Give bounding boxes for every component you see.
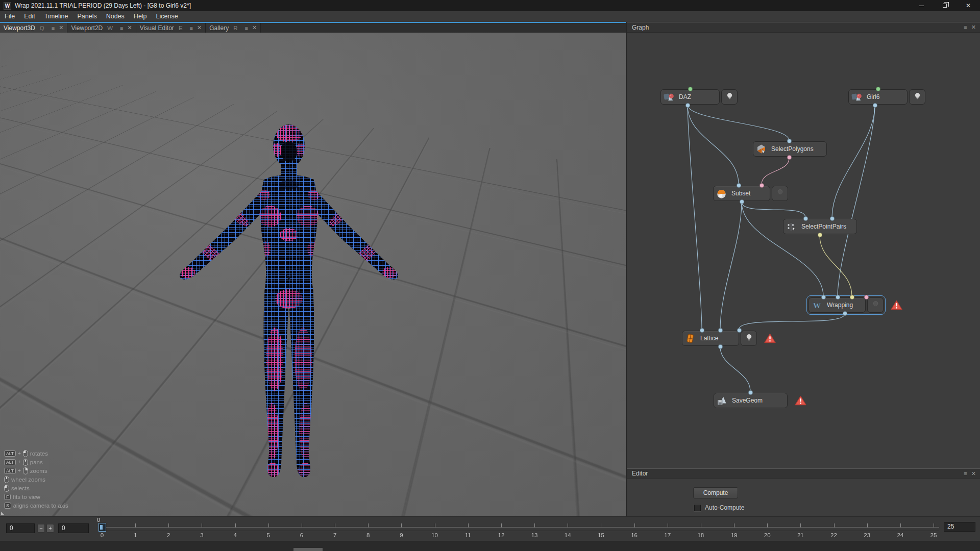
input-port[interactable] <box>748 390 753 395</box>
minimize-button[interactable] <box>910 0 933 11</box>
warning-icon[interactable] <box>795 395 806 406</box>
menu-nodes[interactable]: Nodes <box>102 11 129 22</box>
tab-viewport2d[interactable]: Viewport2DW≡✕ <box>67 23 136 33</box>
tab-menu-icon[interactable]: ≡ <box>120 25 122 31</box>
menu-panels[interactable]: Panels <box>72 11 101 22</box>
tab-menu-icon[interactable]: ≡ <box>245 25 248 31</box>
current-frame-field[interactable]: 0 <box>58 523 89 533</box>
tab-close-icon[interactable]: ✕ <box>197 24 202 31</box>
tab-label: Gallery <box>209 24 229 32</box>
node-status-dot[interactable] <box>876 87 880 91</box>
tab-menu-icon[interactable]: ≡ <box>52 25 54 31</box>
timeline-end-field[interactable]: 25 <box>944 522 975 532</box>
timeline-tick-label: 20 <box>760 532 775 538</box>
key-f-badge: F <box>4 494 11 500</box>
model-wireframe-body <box>164 87 409 516</box>
auto-compute-checkbox[interactable] <box>694 505 701 511</box>
node-wrapping[interactable]: W Wrapping <box>808 297 884 313</box>
node-visibility-toggle[interactable] <box>741 331 757 346</box>
timeline-tick-label: 25 <box>926 532 941 538</box>
menu-timeline[interactable]: Timeline <box>40 11 73 22</box>
panel-menu-icon[interactable]: ≡ <box>964 470 967 477</box>
frame-decrement-button[interactable]: − <box>37 524 45 533</box>
node-visibility-toggle[interactable] <box>867 297 884 313</box>
input-port[interactable] <box>830 216 835 221</box>
input-port[interactable] <box>821 295 826 299</box>
panel-splitter[interactable] <box>626 22 627 516</box>
timeline-tick <box>767 523 768 528</box>
compute-button[interactable]: Compute <box>693 487 738 498</box>
timeline-tick <box>867 523 868 528</box>
timeline-tick-label: 7 <box>327 532 342 538</box>
auto-compute-label: Auto-Compute <box>705 504 744 511</box>
node-girl6[interactable]: Girl6 <box>848 89 925 105</box>
graph-edge <box>742 202 805 217</box>
input-port[interactable] <box>836 295 840 299</box>
tab-gallery[interactable]: GalleryR≡✕ <box>206 23 261 33</box>
node-selectpolygons[interactable]: SelectPolygons <box>753 141 827 157</box>
tab-visual-editor[interactable]: Visual EditorE≡✕ <box>136 23 206 33</box>
mouse-left-icon <box>23 450 28 457</box>
menu-edit[interactable]: Edit <box>19 11 40 22</box>
output-port[interactable] <box>787 155 792 160</box>
node-lattice[interactable]: Lattice <box>682 331 757 346</box>
timeline-start-field[interactable]: 0 <box>6 523 35 533</box>
node-graph-canvas[interactable]: DAZ Girl6 SelectPolygons Subset SelectPo… <box>627 33 980 468</box>
output-port[interactable] <box>718 344 723 349</box>
timeline-track[interactable] <box>100 527 939 528</box>
savegeom-icon <box>717 395 727 406</box>
warning-icon[interactable] <box>764 333 776 343</box>
input-port[interactable] <box>737 183 741 188</box>
menu-help[interactable]: Help <box>129 11 152 22</box>
timeline-tick-label: 14 <box>560 532 575 538</box>
node-status-dot[interactable] <box>688 87 693 91</box>
input-port[interactable] <box>803 216 808 221</box>
timeline-tick-label: 12 <box>494 532 509 538</box>
output-port[interactable] <box>740 199 744 204</box>
output-port[interactable] <box>843 311 847 316</box>
tab-close-icon[interactable]: ✕ <box>59 24 63 31</box>
frame-increment-button[interactable]: + <box>46 524 54 533</box>
key-alt-badge: ALT <box>4 459 16 465</box>
close-button[interactable]: ✕ <box>957 0 980 11</box>
input-port[interactable] <box>737 328 742 333</box>
input-port[interactable] <box>850 295 854 299</box>
node-selectpointpairs[interactable]: SelectPointPairs <box>783 219 857 234</box>
resize-grip-icon[interactable] <box>1 512 5 515</box>
node-subset[interactable]: Subset <box>713 186 788 201</box>
tab-close-icon[interactable]: ✕ <box>128 24 132 31</box>
tab-viewport3d[interactable]: Viewport3DQ≡✕ <box>0 23 67 33</box>
tab-menu-icon[interactable]: ≡ <box>190 25 192 31</box>
input-port[interactable] <box>864 295 869 299</box>
node-visibility-toggle[interactable] <box>772 186 788 201</box>
viewport-3d[interactable]: ALT+ rotatesALT+ pansALT+ zooms wheel zo… <box>0 33 626 516</box>
warning-icon[interactable] <box>891 300 902 310</box>
input-port[interactable] <box>700 328 704 333</box>
menu-file[interactable]: File <box>0 11 19 22</box>
node-visibility-toggle[interactable] <box>909 89 925 105</box>
timeline-slider-handle[interactable] <box>99 523 106 532</box>
graph-edge <box>688 105 739 184</box>
panel-close-icon[interactable]: ✕ <box>971 470 976 477</box>
horizontal-scrollbar-thumb[interactable] <box>293 548 323 551</box>
tab-close-icon[interactable]: ✕ <box>252 24 257 31</box>
input-port[interactable] <box>787 139 792 143</box>
graph-edge <box>838 105 875 296</box>
panel-menu-icon[interactable]: ≡ <box>964 24 967 31</box>
panel-close-icon[interactable]: ✕ <box>971 24 976 31</box>
lightbulb-icon <box>913 92 922 103</box>
close-icon: ✕ <box>966 2 971 9</box>
output-port[interactable] <box>685 103 690 108</box>
timeline-tick <box>601 523 601 528</box>
timeline-tick <box>368 523 369 528</box>
node-visibility-toggle[interactable] <box>721 89 738 105</box>
menu-license[interactable]: License <box>152 11 183 22</box>
restore-button[interactable] <box>933 0 957 11</box>
input-port[interactable] <box>760 183 764 188</box>
output-port[interactable] <box>818 233 822 237</box>
input-port[interactable] <box>718 328 723 333</box>
node-daz[interactable]: DAZ <box>660 89 738 105</box>
output-port[interactable] <box>873 103 877 108</box>
node-savegeom[interactable]: SaveGeom <box>714 393 788 408</box>
hint-row: ALT+ pans <box>4 458 68 466</box>
